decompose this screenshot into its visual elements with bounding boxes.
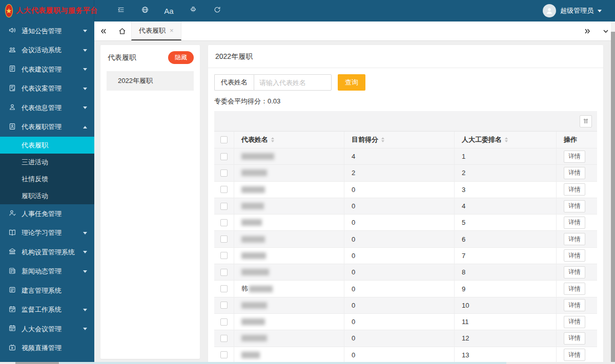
chevron-down-icon (83, 88, 87, 90)
column-settings-button[interactable] (580, 115, 592, 127)
sidebar-item-npc-meeting[interactable]: 人大会议管理 (0, 319, 94, 339)
query-button[interactable]: 查询 (338, 74, 365, 91)
sidebar-item-label: 监督工作系统 (22, 305, 83, 314)
detail-button[interactable]: 详情 (564, 316, 585, 328)
row-checkbox[interactable] (220, 302, 228, 309)
globe-button[interactable] (133, 0, 157, 22)
sidebar-item-notice[interactable]: 通知公告管理 (0, 22, 94, 41)
tab-duty-perform[interactable]: 代表履职 × (131, 22, 181, 40)
detail-button[interactable]: 详情 (564, 151, 585, 163)
sort-icon[interactable] (381, 137, 384, 142)
detail-button[interactable]: 详情 (564, 217, 585, 229)
detail-button[interactable]: 详情 (564, 233, 585, 245)
row-checkbox[interactable] (220, 219, 228, 226)
sidebar-item-video[interactable]: 视频直播管理 (0, 339, 94, 358)
tabs-scroll-right-button[interactable] (578, 22, 597, 40)
row-checkbox[interactable] (220, 318, 228, 326)
representative-name-input[interactable] (254, 74, 332, 91)
sidebar-subitem-sanjin-activity[interactable]: 三进活动 (0, 154, 94, 170)
detail-button[interactable]: 详情 (564, 332, 585, 345)
sidebar-item-personnel[interactable]: 人事任免管理 (0, 204, 94, 224)
horizontal-scrollbar-thumb[interactable] (59, 362, 506, 364)
header-checkbox-cell (214, 132, 234, 148)
chevron-down-icon (83, 30, 87, 32)
row-checkbox[interactable] (220, 269, 228, 276)
detail-button[interactable]: 详情 (564, 299, 585, 311)
header-score[interactable]: 目前得分 (344, 132, 454, 148)
detail-button[interactable]: 详情 (564, 183, 585, 196)
sort-icon[interactable] (505, 137, 508, 142)
redacted-name (249, 286, 273, 292)
notice-icon (8, 26, 16, 36)
table-row: 07详情 (214, 247, 597, 264)
detail-button[interactable]: 详情 (564, 349, 585, 361)
cell-action: 详情 (556, 148, 597, 164)
row-checkbox[interactable] (220, 169, 228, 177)
workspace: 代表履职 × (94, 22, 615, 364)
cell-name (234, 182, 344, 198)
chevron-down-icon (83, 68, 87, 71)
sidebar-item-label: 通知公告管理 (22, 27, 83, 36)
cell-action: 详情 (556, 281, 597, 296)
menu-collapse-button[interactable] (109, 0, 133, 22)
clear-format-button[interactable] (181, 0, 205, 22)
header-rank[interactable]: 人大工委排名 (454, 132, 556, 148)
sidebar-item-advice[interactable]: 建言管理系统 (0, 281, 94, 301)
sidebar-item-motion[interactable]: 代表议案管理 (0, 79, 94, 99)
vertical-scrollbar-thumb[interactable] (611, 32, 615, 364)
sidebar-item-rep-info[interactable]: 代表信息管理 (0, 98, 94, 118)
hide-button[interactable]: 隐藏 (168, 51, 194, 64)
sidebar-subitem-duty-activity[interactable]: 履职活动 (0, 187, 94, 204)
sidebar-item-supervision[interactable]: 监督工作系统 (0, 301, 94, 320)
horizontal-scrollbar[interactable] (0, 362, 615, 364)
row-checkbox[interactable] (220, 235, 228, 243)
home-tab-button[interactable] (113, 22, 131, 40)
npc-meeting-icon (8, 324, 16, 334)
chevron-down-icon (598, 10, 602, 12)
detail-button[interactable]: 详情 (564, 266, 585, 279)
detail-button[interactable]: 详情 (564, 200, 585, 212)
theory-icon (8, 228, 16, 238)
sidebar-item-theory[interactable]: 理论学习管理 (0, 224, 94, 243)
redacted-name (241, 352, 260, 358)
font-size-button[interactable]: Aa (157, 0, 181, 22)
row-checkbox-cell (214, 347, 234, 363)
font-size-icon: Aa (164, 7, 173, 15)
sidebar-item-meeting[interactable]: 会议活动系统 (0, 41, 94, 60)
detail-button[interactable]: 详情 (564, 167, 585, 179)
sidebar-subitem-social-feedback[interactable]: 社情反馈 (0, 170, 94, 187)
app-window: ★ 人大代表履职与服务平台 Aa 超级管理员 通知公告管理会议活动系统代表建议管… (0, 0, 615, 364)
list-item-year-2022[interactable]: 2022年履职 (107, 71, 194, 91)
horizontal-scrollbar-thumb[interactable] (15, 362, 59, 364)
row-checkbox[interactable] (220, 203, 228, 210)
cell-action: 详情 (556, 248, 597, 264)
sidebar-item-news[interactable]: 新闻动态管理 (0, 262, 94, 282)
sidebar-item-duty[interactable]: 代表履职管理 (0, 118, 94, 137)
detail-button[interactable]: 详情 (564, 249, 585, 262)
sidebar-subitem-duty-perform[interactable]: 代表履职 (0, 137, 94, 154)
vertical-scrollbar[interactable] (611, 22, 615, 364)
row-checkbox[interactable] (220, 351, 228, 358)
table-row: 03详情 (214, 181, 597, 198)
sort-icon[interactable] (271, 137, 274, 142)
header-name[interactable]: 代表姓名 (234, 132, 344, 148)
row-checkbox[interactable] (220, 285, 228, 292)
row-checkbox[interactable] (220, 335, 228, 342)
user-menu[interactable]: 超级管理员 (543, 4, 615, 17)
tab-bar: 代表履职 × (94, 22, 615, 41)
refresh-button[interactable] (205, 0, 229, 22)
name-prefix: 韩 (241, 284, 248, 293)
close-icon[interactable]: × (170, 27, 174, 34)
detail-button[interactable]: 详情 (564, 283, 585, 295)
select-all-checkbox[interactable] (220, 136, 228, 143)
sidebar-item-suggestion[interactable]: 代表建议管理 (0, 60, 94, 79)
row-checkbox[interactable] (220, 153, 228, 160)
chevron-down-icon (83, 49, 87, 52)
sidebar-item-label: 机构设置管理系统 (22, 248, 83, 257)
row-checkbox[interactable] (220, 186, 228, 193)
motion-icon (8, 84, 16, 94)
table-row: 41详情 (214, 148, 597, 164)
tabs-scroll-left-button[interactable] (94, 22, 113, 40)
row-checkbox[interactable] (220, 252, 228, 259)
sidebar-item-organization[interactable]: 机构设置管理系统 (0, 243, 94, 262)
